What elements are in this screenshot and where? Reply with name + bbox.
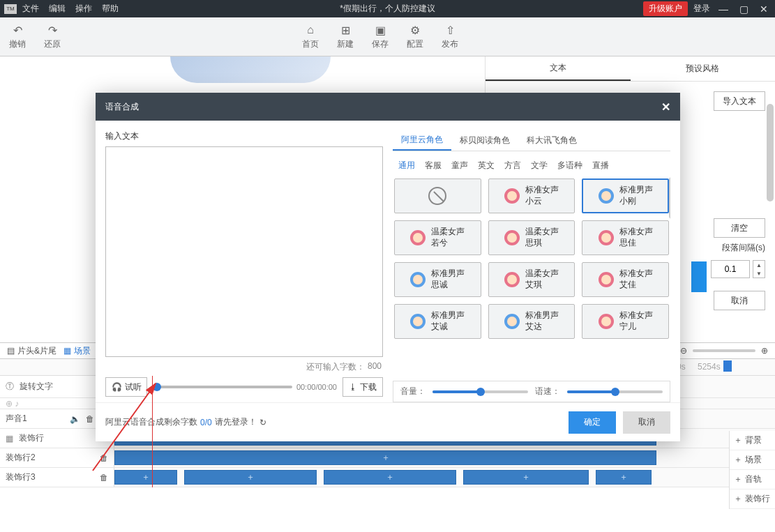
ruler-marker[interactable] [723, 360, 732, 372]
add-audio-track[interactable]: ＋音轨 [730, 470, 775, 489]
menu-action[interactable]: 操作 [75, 3, 92, 15]
tts-text-input[interactable] [105, 146, 383, 357]
upgrade-button[interactable]: 升级账户 [643, 1, 688, 16]
head-tail-icon: ▤ [7, 346, 15, 356]
para-spacing-value[interactable]: 0.1 [711, 260, 750, 278]
menu-edit[interactable]: 编辑 [49, 3, 66, 15]
voice-option-4[interactable]: 温柔女声思琪 [488, 220, 575, 255]
scene-icon: ▦ [63, 346, 71, 356]
save-button[interactable]: ▣保存 [363, 17, 398, 56]
voice-option-3[interactable]: 温柔女声若兮 [394, 220, 481, 255]
zoom-slider[interactable] [693, 349, 755, 352]
voice-line2: 艾琪 [525, 280, 559, 291]
maximize-icon[interactable]: ▢ [737, 3, 751, 15]
voice-option-10[interactable]: 标准男声艾达 [488, 304, 575, 339]
cat-dialect[interactable]: 方言 [504, 160, 521, 172]
voice-line1: 温柔女声 [525, 227, 559, 238]
voice-line1: 温柔女声 [525, 268, 559, 280]
add-background[interactable]: ＋背景 [730, 431, 775, 450]
undo-button[interactable]: ↶撤销 [0, 17, 35, 56]
scene-tab[interactable]: ▦场景 [63, 345, 91, 357]
delete-icon[interactable]: 🗑 [100, 453, 108, 463]
plus-icon[interactable]: ＋ [382, 452, 390, 464]
para-spacing-stepper[interactable]: ▲▼ [753, 260, 765, 278]
scrollbar-thumb[interactable] [767, 104, 774, 202]
voice-option-1[interactable]: 标准女声小云 [488, 178, 575, 213]
head-tail-tab[interactable]: ▤片头&片尾 [7, 345, 57, 357]
engine-biaobei[interactable]: 标贝阅读角色 [451, 130, 518, 151]
cat-literature[interactable]: 文学 [531, 160, 548, 172]
clear-button[interactable]: 清空 [714, 218, 765, 238]
voice-option-6[interactable]: 标准男声思诚 [394, 262, 481, 297]
track-decor3[interactable]: ＋ ＋ ＋ ＋ ＋ [114, 468, 775, 487]
menu-help[interactable]: 帮助 [102, 3, 119, 15]
voice-line1: 标准女声 [619, 227, 653, 238]
close-icon[interactable]: ✕ [661, 100, 670, 114]
audio-progress[interactable]: 00:00/00:00 [153, 383, 337, 391]
engine-aliyun[interactable]: 阿里云角色 [393, 130, 451, 151]
login-link[interactable]: 登录 [693, 3, 710, 15]
canvas-art [170, 56, 331, 83]
voice-line1: 标准女声 [619, 268, 653, 280]
speaker-icon[interactable]: 🔈 [70, 414, 80, 424]
voice-option-11[interactable]: 标准女声宁儿 [582, 304, 669, 339]
close-window-icon[interactable]: ✕ [757, 3, 771, 15]
avatar-icon [599, 188, 614, 204]
add-decor-track[interactable]: ＋装饰行 [730, 489, 775, 509]
avatar-icon [410, 314, 426, 329]
voice-line1: 标准男声 [525, 310, 559, 321]
tab-preset-style[interactable]: 预设风格 [631, 56, 776, 81]
menu-file[interactable]: 文件 [22, 3, 39, 15]
voice-line2: 小云 [525, 196, 559, 207]
import-text-button[interactable]: 导入文本 [714, 91, 765, 111]
voice-scrollbar[interactable] [669, 177, 670, 219]
tab-text[interactable]: 文本 [486, 56, 631, 81]
listen-button[interactable]: 🎧试听 [105, 377, 147, 397]
step-up-icon[interactable]: ▲ [753, 261, 765, 269]
voice-option-8[interactable]: 标准女声艾佳 [582, 262, 669, 297]
speed-slider[interactable] [567, 390, 663, 393]
voice-option-0[interactable] [394, 178, 481, 213]
volume-slider[interactable] [432, 390, 528, 393]
remaining-label: 阿里云语音合成剩余字数 [105, 416, 197, 428]
voice-option-7[interactable]: 温柔女声艾琪 [488, 262, 575, 297]
refresh-icon[interactable]: ↻ [259, 418, 266, 427]
panel-cancel-button[interactable]: 取消 [714, 291, 765, 310]
voice-line2: 艾达 [525, 321, 559, 333]
avatar-icon [410, 272, 426, 287]
avatar-icon [504, 314, 520, 329]
engine-iflytek[interactable]: 科大讯飞角色 [518, 130, 585, 151]
cat-live[interactable]: 直播 [592, 160, 609, 172]
home-button[interactable]: ⌂首页 [293, 17, 328, 56]
cat-multilang[interactable]: 多语种 [557, 160, 582, 172]
voice-option-2[interactable]: 标准男声小刚 [582, 178, 669, 213]
audio-progress-knob[interactable] [153, 383, 161, 391]
modal-footer: 阿里云语音合成剩余字数 0/0 请先登录！ ↻ 确定 取消 [96, 402, 680, 441]
publish-button[interactable]: ⇧发布 [432, 17, 467, 56]
text-icon: Ⓣ [6, 381, 14, 393]
remaining-value: 0/0 [200, 418, 212, 427]
config-button[interactable]: ⚙配置 [398, 17, 432, 56]
voice-option-9[interactable]: 标准男声艾诚 [394, 304, 481, 339]
cat-general[interactable]: 通用 [398, 160, 415, 172]
delete-icon[interactable]: 🗑 [100, 473, 108, 482]
cancel-button[interactable]: 取消 [623, 411, 670, 434]
zoom-out-icon[interactable]: ⊖ [680, 346, 687, 356]
cat-service[interactable]: 客服 [425, 160, 442, 172]
headphone-icon: 🎧 [112, 382, 122, 392]
ok-button[interactable]: 确定 [569, 411, 616, 434]
playhead[interactable] [152, 376, 153, 487]
delete-icon[interactable]: 🗑 [86, 414, 94, 424]
zoom-in-icon[interactable]: ⊕ [761, 346, 768, 356]
cat-english[interactable]: 英文 [478, 160, 495, 172]
track-decor2[interactable]: ＋ [114, 448, 775, 467]
minimize-icon[interactable]: — [716, 3, 731, 15]
redo-button[interactable]: ↷还原 [35, 17, 70, 56]
ruler-mark-5254: 5254s [698, 362, 721, 372]
download-button[interactable]: ⭳下载 [343, 377, 383, 397]
new-button[interactable]: ⊞新建 [328, 17, 363, 56]
cat-child[interactable]: 童声 [451, 160, 468, 172]
step-down-icon[interactable]: ▼ [753, 269, 765, 278]
add-scene[interactable]: ＋场景 [730, 450, 775, 470]
voice-option-5[interactable]: 标准女声思佳 [582, 220, 669, 255]
